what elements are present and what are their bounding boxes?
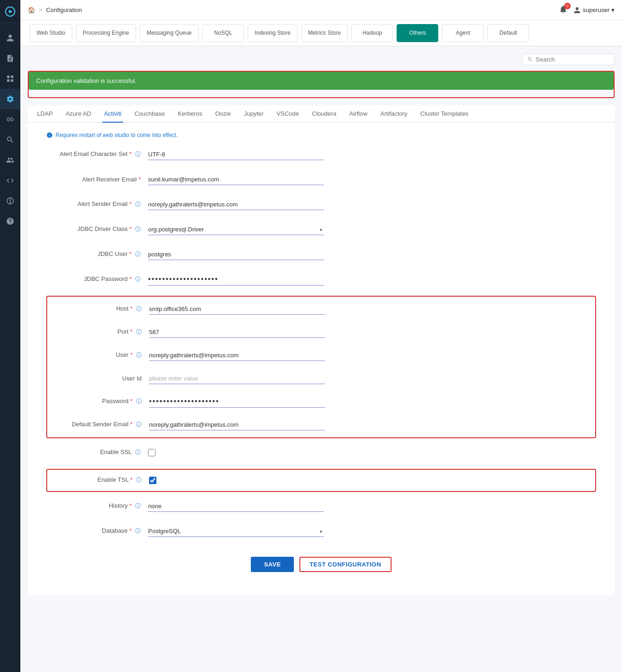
cat-tab-others[interactable]: Others <box>397 24 438 42</box>
search-icon <box>527 56 533 62</box>
tab-ldap[interactable]: LDAP <box>35 106 55 123</box>
sidebar-item-help[interactable] <box>0 211 20 231</box>
ssl-label: Enable SSL ⓘ <box>46 448 148 456</box>
form-group-alert-sender: Alert Sender Email * ⓘ <box>46 196 596 213</box>
database-info[interactable]: ⓘ <box>135 528 141 534</box>
user-menu[interactable]: superuser ▾ <box>573 6 615 14</box>
host-info[interactable]: ⓘ <box>136 305 142 312</box>
jdbc-user-input[interactable] <box>148 249 324 260</box>
sidebar-item-documents[interactable] <box>0 48 20 68</box>
cat-tab-web-studio[interactable]: Web Studio <box>30 24 72 42</box>
test-configuration-button[interactable]: TEST CONFIGURATION <box>299 557 392 572</box>
form-group-history: History * ⓘ <box>46 498 596 515</box>
success-banner-wrapper: Configuration validation is successful. <box>28 71 615 98</box>
content-area: Configuration validation is successful. … <box>20 46 622 672</box>
home-icon[interactable]: 🏠 <box>28 6 35 13</box>
sidebar-item-people[interactable] <box>0 150 20 170</box>
jdbc-password-input[interactable] <box>148 273 324 286</box>
jdbc-driver-select[interactable]: org.postgresql.Driver com.mysql.Driver <box>148 224 324 235</box>
cat-tab-nosql[interactable]: NoSQL <box>202 24 244 42</box>
tab-cluster-templates[interactable]: Cluster Templates <box>418 106 470 123</box>
tsl-info[interactable]: ⓘ <box>136 477 142 483</box>
tab-couchbase[interactable]: Couchbase <box>132 106 167 123</box>
cat-tab-agent[interactable]: Agent <box>442 24 484 42</box>
cat-tab-metrics-store[interactable]: Metrics Store <box>301 24 348 42</box>
jdbc-driver-info[interactable]: ⓘ <box>135 226 141 232</box>
tab-vscode[interactable]: VSCode <box>275 106 301 123</box>
tab-cloudera[interactable]: Cloudera <box>310 106 338 123</box>
smtp-config-box: Host * ⓘ Port * ⓘ <box>46 296 596 438</box>
sidebar-item-connect[interactable] <box>0 191 20 211</box>
sidebar-item-grid[interactable] <box>0 68 20 89</box>
tab-activiti[interactable]: Activiti <box>102 106 124 123</box>
tab-airflow[interactable]: Airflow <box>348 106 369 123</box>
port-info[interactable]: ⓘ <box>136 329 142 335</box>
tab-azuread[interactable]: Azure AD <box>64 106 93 123</box>
user-label: User * ⓘ <box>47 351 149 359</box>
save-button[interactable]: SAVE <box>251 557 293 572</box>
search-input[interactable] <box>536 56 610 63</box>
topbar: 🏠 > Configuration 0 superuser ▾ <box>20 0 622 20</box>
history-info[interactable]: ⓘ <box>135 503 141 509</box>
form-section: Requires restart of web studio to come i… <box>28 123 615 595</box>
sidebar <box>0 0 20 672</box>
alert-receiver-label: Alert Receiver Email * <box>46 176 148 183</box>
ssl-checkbox[interactable] <box>148 449 156 456</box>
cat-tab-default[interactable]: Default <box>487 24 529 42</box>
tab-oozie[interactable]: Oozie <box>213 106 233 123</box>
tab-jupyter[interactable]: Jupyter <box>242 106 266 123</box>
alert-sender-info[interactable]: ⓘ <box>135 201 141 207</box>
form-group-host: Host * ⓘ <box>47 300 595 318</box>
form-group-userid: User Id <box>47 370 595 387</box>
history-label: History * ⓘ <box>46 502 148 510</box>
cat-tab-hadoop[interactable]: Hadoop <box>351 24 393 42</box>
sidebar-item-user[interactable] <box>0 28 20 48</box>
alert-charset-input[interactable] <box>148 149 324 160</box>
password-info[interactable]: ⓘ <box>136 398 142 404</box>
port-label: Port * ⓘ <box>47 328 149 336</box>
database-select[interactable]: PostgreSQL MySQL Oracle <box>148 526 324 537</box>
sidebar-item-settings[interactable] <box>0 89 20 109</box>
form-group-jdbc-driver: JDBC Driver Class * ⓘ org.postgresql.Dri… <box>46 221 596 238</box>
alert-charset-info[interactable]: ⓘ <box>135 151 141 157</box>
user-dropdown-arrow[interactable]: ▾ <box>611 6 615 13</box>
notification-count: 0 <box>564 3 571 9</box>
userid-input[interactable] <box>149 373 325 384</box>
form-group-alert-charset: Alert Email Character Set * ⓘ <box>46 146 596 163</box>
cat-tab-processing-engine[interactable]: Processing Engine <box>76 24 136 42</box>
jdbc-user-label: JDBC User * ⓘ <box>46 250 148 258</box>
form-group-alert-receiver: Alert Receiver Email * <box>46 171 596 188</box>
sidebar-item-link[interactable] <box>0 109 20 130</box>
jdbc-driver-label: JDBC Driver Class * ⓘ <box>46 225 148 233</box>
form-group-jdbc-password: JDBC Password * ⓘ <box>46 271 596 288</box>
ssl-info[interactable]: ⓘ <box>135 449 141 455</box>
sidebar-item-code[interactable] <box>0 170 20 191</box>
sidebar-nav <box>0 28 20 231</box>
default-sender-email-input[interactable] <box>149 419 325 430</box>
tab-artifactory[interactable]: Artifactory <box>379 106 410 123</box>
cat-tab-messaging-queue[interactable]: Messaging Queue <box>140 24 199 42</box>
host-input[interactable] <box>149 304 325 315</box>
default-sender-info[interactable]: ⓘ <box>136 421 142 428</box>
restart-note-text: Requires restart of web studio to come i… <box>56 132 178 138</box>
database-label: Database * ⓘ <box>46 527 148 535</box>
cat-tab-indexing-store[interactable]: Indexing Store <box>248 24 297 42</box>
content-topbar <box>28 54 615 65</box>
userid-label: User Id <box>47 375 149 382</box>
default-sender-label: Default Sender Email * ⓘ <box>47 421 149 429</box>
host-label: Host * ⓘ <box>47 305 149 313</box>
jdbc-user-info[interactable]: ⓘ <box>135 251 141 257</box>
user-input[interactable] <box>149 350 325 361</box>
user-info[interactable]: ⓘ <box>136 352 142 358</box>
jdbc-password-info[interactable]: ⓘ <box>135 276 141 282</box>
port-input[interactable] <box>149 327 325 338</box>
tsl-checkbox[interactable] <box>149 477 156 484</box>
password-input[interactable] <box>149 395 325 408</box>
sidebar-item-search[interactable] <box>0 130 20 150</box>
tab-kerberos[interactable]: Kerberos <box>176 106 204 123</box>
history-input[interactable] <box>148 501 324 512</box>
alert-sender-email-input[interactable] <box>148 199 324 210</box>
alert-receiver-email-input[interactable] <box>148 174 324 185</box>
search-box[interactable] <box>522 54 615 65</box>
notification-bell[interactable]: 0 <box>559 5 568 15</box>
